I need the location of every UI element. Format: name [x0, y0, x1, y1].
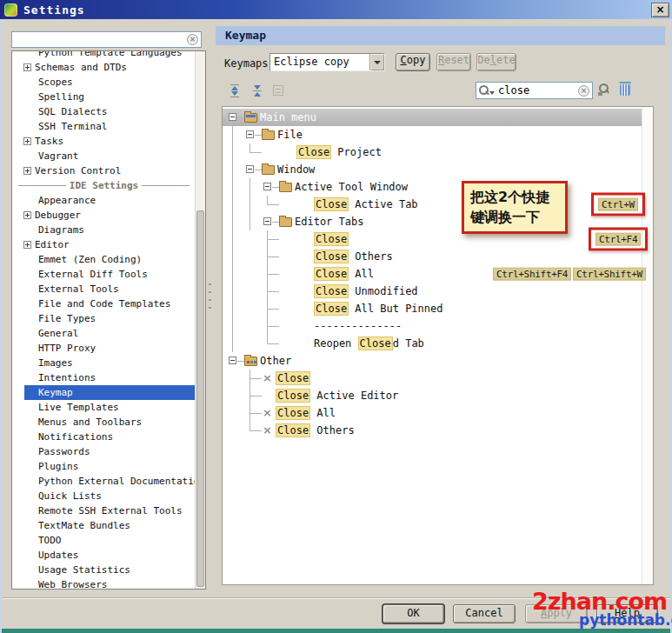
expand-all-icon[interactable]	[227, 83, 243, 98]
sidebar-item-updates[interactable]: Updates	[12, 548, 195, 563]
action-search-input[interactable]	[498, 84, 576, 97]
keymap-tree-row-other[interactable]: Other	[223, 352, 642, 370]
keymap-tree-row-item[interactable]: --------------	[223, 317, 642, 335]
keymap-tree-row-close-all-but-pinned[interactable]: Close All But Pinned	[223, 300, 642, 317]
tree-expand-icon[interactable]	[23, 63, 31, 71]
tree-expand-icon[interactable]	[23, 241, 31, 249]
sidebar-item-python-external-documentation[interactable]: Python External Documentation	[12, 474, 195, 489]
keymap-tree-row-main-menu[interactable]: Main menu	[223, 109, 642, 126]
keymap-tree-row-close-unmodified[interactable]: Close Unmodified	[223, 283, 642, 300]
keymap-tree-row-close-project[interactable]: Close Project	[223, 143, 642, 161]
sidebar-item-version-control[interactable]: Version Control	[12, 163, 195, 178]
sidebar-item-passwords[interactable]: Passwords	[12, 444, 195, 459]
tree-collapse-icon[interactable]	[263, 183, 271, 190]
remove-shortcut-icon[interactable]	[620, 84, 630, 96]
tree-expand-icon[interactable]	[23, 211, 31, 219]
action-label: --------------	[314, 320, 402, 332]
sidebar-item-notifications[interactable]: Notifications	[12, 430, 195, 444]
tree-expand-icon[interactable]	[23, 167, 31, 175]
sidebar-item-images[interactable]: Images	[12, 356, 195, 370]
sidebar-item-menus-and-toolbars[interactable]: Menus and Toolbars	[12, 415, 195, 430]
tree-collapse-slot[interactable]	[262, 178, 279, 196]
sidebar-item-external-tools[interactable]: External Tools	[12, 282, 195, 297]
keymap-tree-row-close-others[interactable]: Close Others	[223, 248, 642, 265]
tree-guide	[244, 230, 262, 248]
action-search-box: ×	[476, 82, 593, 99]
tree-collapse-slot[interactable]	[227, 109, 244, 126]
keymap-tree-row-close-active-tab[interactable]: Close Active TabCtrl+W	[223, 196, 642, 213]
sidebar-item-general[interactable]: General	[12, 326, 195, 341]
sidebar-item-keymap[interactable]: Keymap	[12, 385, 195, 400]
keymap-tree-row-close-all[interactable]: ×Close All	[223, 404, 642, 422]
sidebar-item-live-templates[interactable]: Live Templates	[12, 400, 195, 415]
sidebar-item-tasks[interactable]: Tasks	[12, 134, 195, 149]
tree-collapse-icon[interactable]	[229, 356, 236, 364]
tree-collapse-slot[interactable]	[244, 126, 262, 143]
tree-collapse-icon[interactable]	[229, 113, 236, 121]
sidebar-item-web-browsers[interactable]: Web Browsers	[12, 577, 195, 590]
tree-collapse-slot[interactable]	[227, 352, 244, 370]
clear-filter-icon[interactable]: ×	[187, 34, 198, 45]
tree-collapse-slot[interactable]	[262, 213, 279, 230]
sidebar-item-scopes[interactable]: Scopes	[12, 75, 195, 90]
splitter-handle[interactable]	[209, 283, 211, 313]
keymap-tree-row-reopen-close-d-tab[interactable]: Reopen Closed Tab	[223, 335, 642, 352]
tree-guide	[244, 283, 262, 300]
tree-scrollbar[interactable]	[642, 107, 653, 584]
sidebar-item-debugger[interactable]: Debugger	[12, 208, 195, 223]
search-options-icon[interactable]	[489, 91, 495, 95]
sidebar-scrollbar-thumb[interactable]	[196, 210, 204, 587]
ok-button[interactable]: OK	[383, 604, 444, 623]
sidebar-item-spelling[interactable]: Spelling	[12, 90, 195, 104]
keymap-tree-row-close-others[interactable]: ×Close Others	[223, 422, 642, 439]
tree-collapse-icon[interactable]	[263, 217, 271, 225]
settings-filter-input[interactable]	[15, 34, 187, 46]
copy-button[interactable]: Copy	[396, 53, 430, 71]
sidebar-item-vagrant[interactable]: Vagrant	[12, 149, 195, 163]
sidebar-scrollbar[interactable]	[195, 51, 205, 589]
keymap-tree-row-editor-tabs[interactable]: Editor Tabs	[223, 213, 642, 230]
sidebar-item-diagrams[interactable]: Diagrams	[12, 223, 195, 237]
clear-search-icon[interactable]: ×	[578, 85, 589, 97]
tree-expand-icon[interactable]	[23, 137, 31, 145]
folder-icon	[279, 183, 292, 192]
sidebar-item-external-diff-tools[interactable]: External Diff Tools	[12, 267, 195, 282]
sidebar-item-ssh-terminal[interactable]: SSH Terminal	[12, 119, 195, 134]
keymap-tree-row-file[interactable]: File	[223, 126, 642, 143]
sidebar-item-file-and-code-templates[interactable]: File and Code Templates	[12, 297, 195, 311]
close-icon[interactable]: ×	[651, 3, 669, 17]
sidebar-item-todo[interactable]: TODO	[12, 533, 195, 548]
sidebar-item-usage-statistics[interactable]: Usage Statistics	[12, 563, 195, 577]
keymap-tree-row-close-all[interactable]: Close AllCtrl+Shift+F4Ctrl+Shift+W	[223, 265, 642, 283]
tree-collapse-slot[interactable]	[244, 161, 262, 178]
keymap-tree-row-close[interactable]: ×Close	[223, 370, 642, 387]
tree-collapse-icon[interactable]	[246, 130, 254, 138]
sidebar-item-label: Images	[38, 357, 73, 369]
sidebar-item-schemas-and-dtds[interactable]: Schemas and DTDs	[12, 60, 195, 75]
keymap-tree-row-active-tool-window[interactable]: Active Tool Window	[223, 178, 642, 196]
tree-guide	[279, 300, 296, 317]
keymap-tree-row-close[interactable]: CloseCtrl+F4	[223, 230, 642, 248]
tree-collapse-icon[interactable]	[246, 165, 254, 173]
titlebar[interactable]: Settings ×	[0, 0, 672, 19]
sidebar-item-appearance[interactable]: Appearance	[12, 193, 195, 208]
sidebar-item-quick-lists[interactable]: Quick Lists	[12, 489, 195, 503]
sidebar-item-file-types[interactable]: File Types	[12, 311, 195, 326]
sidebar-item-sql-dialects[interactable]: SQL Dialects	[12, 104, 195, 119]
sidebar-item-remote-ssh-external-tools[interactable]: Remote SSH External Tools	[12, 503, 195, 518]
cancel-button[interactable]: Cancel	[453, 604, 516, 623]
chevron-down-icon[interactable]	[369, 54, 384, 70]
sidebar-item-editor[interactable]: Editor	[12, 237, 195, 252]
keymap-tree-row-window[interactable]: Window	[223, 161, 642, 178]
tree-guide	[227, 143, 244, 161]
sidebar-item-python-template-languages[interactable]: Python Template Languages	[12, 50, 195, 60]
find-by-shortcut-icon[interactable]	[597, 83, 613, 99]
sidebar-item-http-proxy[interactable]: HTTP Proxy	[12, 341, 195, 356]
sidebar-item-intentions[interactable]: Intentions	[12, 370, 195, 385]
keymap-select[interactable]: Eclipse copy	[269, 53, 385, 71]
sidebar-item-textmate-bundles[interactable]: TextMate Bundles	[12, 518, 195, 533]
sidebar-item-emmet-zen-coding[interactable]: Emmet (Zen Coding)	[12, 252, 195, 267]
sidebar-item-plugins[interactable]: Plugins	[12, 459, 195, 474]
collapse-all-icon[interactable]	[250, 83, 265, 98]
keymap-tree-row-close-active-editor[interactable]: Close Active Editor	[223, 387, 642, 404]
